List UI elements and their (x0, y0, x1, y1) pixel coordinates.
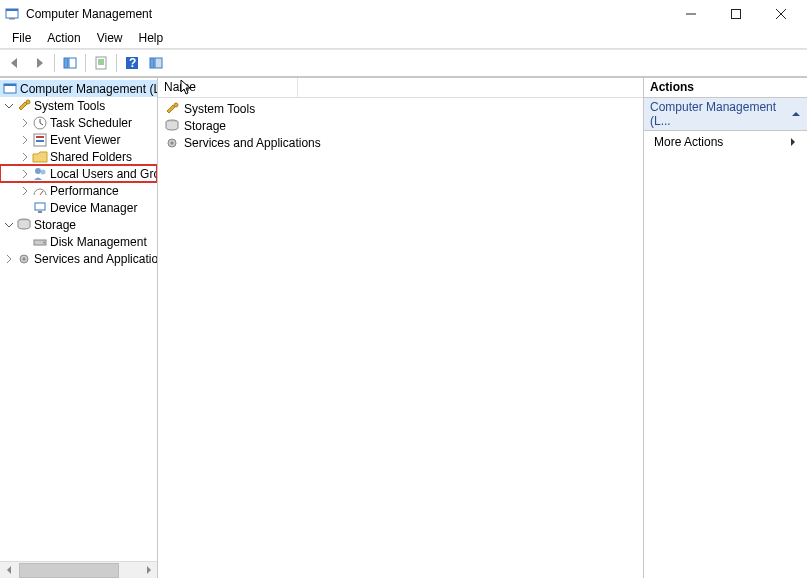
list-item-system-tools[interactable]: System Tools (162, 100, 639, 117)
list-label: Services and Applications (184, 136, 321, 150)
show-hide-tree-button[interactable] (59, 52, 81, 74)
scroll-thumb[interactable] (19, 563, 119, 578)
actions-header: Actions (644, 78, 807, 98)
folder-icon (32, 149, 48, 165)
tree-label: System Tools (34, 99, 105, 113)
actions-item-label: More Actions (654, 135, 723, 149)
window-controls (668, 0, 803, 28)
svg-rect-4 (731, 10, 740, 19)
tree-label: Storage (34, 218, 76, 232)
collapse-up-icon[interactable] (791, 109, 801, 119)
properties-button[interactable] (90, 52, 112, 74)
tree-label: Task Scheduler (50, 116, 132, 130)
spacer (18, 235, 32, 249)
tree-label: Event Viewer (50, 133, 120, 147)
back-button[interactable] (4, 52, 26, 74)
actions-more[interactable]: More Actions (644, 131, 807, 153)
svg-rect-12 (150, 58, 154, 68)
gear-icon (164, 135, 180, 151)
maximize-button[interactable] (713, 0, 758, 28)
toolbar-separator (85, 54, 86, 72)
chevron-down-icon[interactable] (2, 99, 16, 113)
chevron-right-icon[interactable] (18, 167, 32, 181)
menu-action[interactable]: Action (39, 29, 88, 47)
chevron-right-icon[interactable] (18, 150, 32, 164)
menu-file[interactable]: File (4, 29, 39, 47)
tree-disk-management[interactable]: Disk Management (0, 233, 157, 250)
storage-icon (164, 118, 180, 134)
column-name[interactable]: Name (158, 78, 298, 97)
users-icon (32, 166, 48, 182)
toolbar-separator (54, 54, 55, 72)
toolbar: ? (0, 49, 807, 77)
spacer (18, 201, 32, 215)
svg-rect-9 (96, 57, 106, 69)
tree-view[interactable]: Computer Management (Local System Tools … (0, 78, 157, 561)
chevron-right-icon[interactable] (18, 184, 32, 198)
tree-local-users-groups[interactable]: Local Users and Groups (0, 165, 157, 182)
menu-view[interactable]: View (89, 29, 131, 47)
tree-label: Services and Applications (34, 252, 157, 266)
tree-event-viewer[interactable]: Event Viewer (0, 131, 157, 148)
tree-performance[interactable]: Performance (0, 182, 157, 199)
tools-icon (164, 101, 180, 117)
tree-shared-folders[interactable]: Shared Folders (0, 148, 157, 165)
svg-rect-24 (38, 211, 42, 213)
tree-task-scheduler[interactable]: Task Scheduler (0, 114, 157, 131)
gear-icon (16, 251, 32, 267)
menubar: File Action View Help (0, 28, 807, 48)
chevron-right-icon (789, 137, 797, 147)
list-pane: Name System Tools Storage Services and A… (158, 78, 644, 578)
list-body[interactable]: System Tools Storage Services and Applic… (158, 98, 643, 578)
titlebar: Computer Management (0, 0, 807, 28)
event-icon (32, 132, 48, 148)
disk-icon (32, 234, 48, 250)
list-header: Name (158, 78, 643, 98)
close-button[interactable] (758, 0, 803, 28)
tree-storage[interactable]: Storage (0, 216, 157, 233)
list-label: System Tools (184, 102, 255, 116)
tree-label: Device Manager (50, 201, 137, 215)
actions-pane: Actions Computer Management (L... More A… (644, 78, 807, 578)
svg-rect-19 (36, 136, 44, 138)
refresh-button[interactable] (145, 52, 167, 74)
help-button[interactable]: ? (121, 52, 143, 74)
content-area: Computer Management (Local System Tools … (0, 77, 807, 578)
tree-services-apps[interactable]: Services and Applications (0, 250, 157, 267)
minimize-button[interactable] (668, 0, 713, 28)
tree-device-manager[interactable]: Device Manager (0, 199, 157, 216)
tree-root[interactable]: Computer Management (Local (0, 80, 157, 97)
list-item-services-apps[interactable]: Services and Applications (162, 134, 639, 151)
chevron-right-icon[interactable] (18, 116, 32, 130)
tree-label: Computer Management (Local (20, 82, 157, 96)
chevron-right-icon[interactable] (18, 133, 32, 147)
scroll-right-arrow[interactable] (140, 562, 157, 579)
scroll-left-arrow[interactable] (0, 562, 17, 579)
svg-point-16 (26, 100, 30, 104)
list-item-storage[interactable]: Storage (162, 117, 639, 134)
svg-text:?: ? (129, 56, 136, 70)
chevron-right-icon[interactable] (2, 252, 16, 266)
svg-point-30 (174, 103, 178, 107)
tree-pane: Computer Management (Local System Tools … (0, 78, 158, 578)
svg-point-27 (43, 241, 45, 243)
tree-label: Disk Management (50, 235, 147, 249)
tree-system-tools[interactable]: System Tools (0, 97, 157, 114)
toolbar-separator (116, 54, 117, 72)
tree-label: Shared Folders (50, 150, 132, 164)
svg-rect-2 (9, 18, 15, 20)
actions-group[interactable]: Computer Management (L... (644, 98, 807, 131)
window-title: Computer Management (26, 7, 668, 21)
tree-label: Performance (50, 184, 119, 198)
clock-icon (32, 115, 48, 131)
svg-point-33 (171, 141, 174, 144)
chevron-down-icon[interactable] (2, 218, 16, 232)
forward-button[interactable] (28, 52, 50, 74)
svg-rect-15 (4, 84, 16, 86)
svg-rect-8 (69, 58, 76, 68)
storage-icon (16, 217, 32, 233)
tree-horizontal-scrollbar[interactable] (0, 561, 157, 578)
menu-help[interactable]: Help (131, 29, 172, 47)
actions-group-label: Computer Management (L... (650, 100, 791, 128)
svg-point-21 (35, 168, 41, 174)
